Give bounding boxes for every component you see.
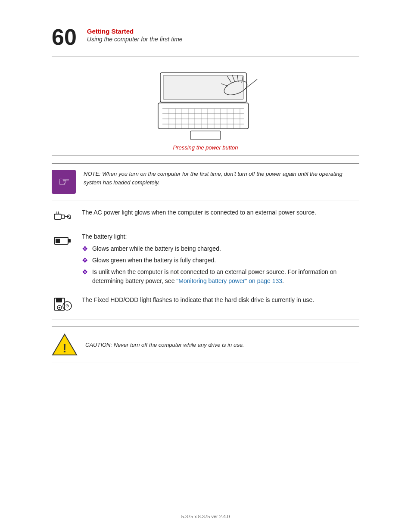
note-box: ☞ NOTE: When you turn on the computer fo… — [52, 163, 359, 200]
image-caption: Pressing the power button — [173, 144, 238, 151]
bullet-green: ❖ Glows green when the battery is fully … — [82, 256, 359, 265]
page-number: 60 — [52, 26, 77, 48]
chapter-subtitle: Using the computer for the first time — [87, 36, 183, 43]
svg-text:!: ! — [62, 342, 66, 355]
ac-power-text: The AC power light glows when the comput… — [82, 208, 359, 218]
svg-rect-38 — [56, 239, 60, 243]
header-text: Getting Started Using the computer for t… — [87, 26, 183, 43]
battery-intro: The battery light: — [82, 233, 127, 240]
svg-point-35 — [69, 218, 71, 219]
battery-row: The battery light: ❖ Glows amber while t… — [52, 232, 359, 288]
illustration-container: Pressing the power button — [52, 64, 359, 151]
battery-content: The battery light: ❖ Glows amber while t… — [82, 232, 359, 288]
svg-rect-17 — [190, 131, 221, 140]
note-icon: ☞ — [52, 170, 76, 194]
bullet-icon-2: ❖ — [82, 256, 88, 265]
svg-point-42 — [59, 307, 60, 308]
svg-rect-37 — [68, 239, 71, 243]
bullet-green-text: Glows green when the battery is fully ch… — [92, 256, 216, 265]
hdd-text: The Fixed HDD/ODD light flashes to indic… — [82, 296, 359, 305]
page-footer: 5.375 x 8.375 ver 2.4.0 — [0, 514, 411, 519]
battery-link[interactable]: "Monitoring battery power" on page 133 — [176, 277, 282, 284]
battery-bullet-list: ❖ Glows amber while the battery is being… — [82, 244, 359, 286]
battery-icon — [52, 232, 74, 249]
caption-divider — [52, 155, 359, 156]
svg-rect-19 — [163, 75, 243, 100]
laptop-illustration — [145, 64, 266, 142]
bullet-icon-1: ❖ — [82, 244, 88, 254]
svg-rect-40 — [56, 298, 62, 302]
header-divider — [52, 56, 359, 56]
hdd-row: The Fixed HDD/ODD light flashes to indic… — [52, 296, 359, 312]
chapter-title: Getting Started — [87, 28, 183, 35]
bullet-icon-3: ❖ — [82, 268, 88, 277]
page: 60 Getting Started Using the computer fo… — [0, 0, 411, 532]
hdd-icon — [52, 296, 74, 312]
ac-power-icon — [52, 208, 74, 224]
bullet-amber: ❖ Glows amber while the battery is being… — [82, 244, 359, 254]
page-header: 60 Getting Started Using the computer fo… — [52, 26, 359, 48]
svg-rect-30 — [61, 215, 65, 218]
bullet-unlit: ❖ Is unlit when the computer is not conn… — [82, 268, 359, 286]
ac-power-row: The AC power light glows when the comput… — [52, 208, 359, 224]
note-text: NOTE: When you turn on the computer for … — [84, 170, 359, 187]
caution-box: ! CAUTION: Never turn off the computer w… — [52, 326, 359, 363]
hdd-divider — [52, 320, 359, 320]
svg-rect-29 — [54, 214, 61, 219]
svg-point-45 — [67, 305, 68, 306]
svg-text:☞: ☞ — [58, 174, 70, 189]
svg-rect-0 — [158, 103, 249, 129]
caution-text: CAUTION: Never turn off the computer whi… — [85, 342, 244, 348]
caution-icon: ! — [52, 333, 78, 357]
bullet-amber-text: Glows amber while the battery is being c… — [92, 244, 221, 253]
bullet-unlit-text: Is unlit when the computer is not connec… — [92, 268, 359, 286]
